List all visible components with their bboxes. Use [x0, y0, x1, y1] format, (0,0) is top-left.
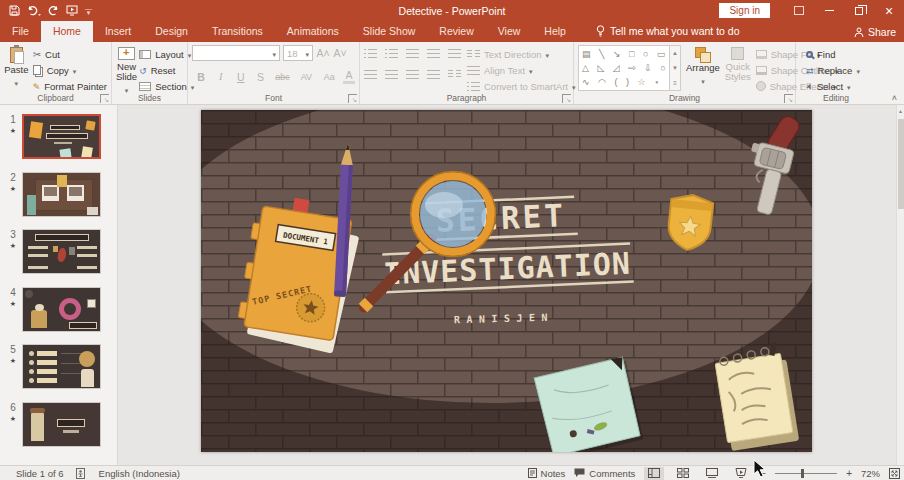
close-button[interactable]: × [874, 0, 904, 21]
numbering-icon[interactable] [385, 49, 398, 58]
arrange-button[interactable]: Arrange [686, 45, 720, 94]
underline-button[interactable]: U [234, 71, 248, 83]
tab-view[interactable]: View [486, 21, 533, 42]
slide-thumbnail-5[interactable] [22, 344, 101, 389]
font-size-dropdown-arrow-icon[interactable] [305, 48, 309, 59]
tab-help[interactable]: Help [532, 21, 578, 42]
shapes-row-2[interactable]: △ ◺ ◿ ⇨ ⇩ ○ [582, 61, 666, 75]
save-icon[interactable] [9, 5, 20, 16]
italic-button[interactable]: I [214, 71, 228, 82]
strikethrough-button[interactable]: abc [274, 72, 292, 82]
grow-font-button[interactable]: A˄ [316, 47, 330, 59]
start-from-beginning-icon[interactable] [66, 5, 78, 16]
convert-smartart-button[interactable]: Convert to SmartArt [467, 78, 575, 94]
clipboard-dialog-launcher[interactable] [100, 94, 109, 103]
zoom-in-button[interactable]: + [846, 468, 852, 479]
section-button[interactable]: Section [139, 78, 194, 94]
vertical-scrollbar[interactable]: ▲ [896, 105, 904, 465]
layout-button[interactable]: Layout [139, 46, 194, 62]
accessibility-checker-icon[interactable] [76, 468, 87, 479]
character-spacing-button[interactable]: AV [297, 72, 315, 82]
line-spacing-icon[interactable] [448, 49, 461, 58]
slide-sorter-view-button[interactable] [673, 467, 693, 480]
redo-icon[interactable] [48, 6, 59, 16]
decrease-indent-icon[interactable] [406, 49, 419, 58]
font-name-dropdown-arrow-icon[interactable] [272, 48, 276, 59]
text-direction-button[interactable]: Text Direction [467, 46, 575, 62]
paste-button[interactable]: Paste [4, 45, 29, 94]
font-dialog-launcher[interactable] [348, 94, 357, 103]
font-name-combobox[interactable] [192, 45, 280, 61]
replace-dropdown-arrow-icon[interactable] [856, 65, 860, 76]
format-painter-button[interactable]: Format Painter [33, 78, 107, 94]
undo-icon[interactable] [27, 6, 41, 16]
tell-me-box[interactable]: Tell me what you want to do [596, 25, 740, 42]
zoom-slider[interactable] [775, 473, 837, 474]
collapse-ribbon-icon[interactable]: ˄ [892, 93, 897, 103]
slide-thumbnail-4[interactable] [22, 287, 101, 332]
reset-button[interactable]: Reset [139, 62, 194, 78]
zoom-slider-thumb[interactable] [801, 469, 804, 478]
shrink-font-button[interactable]: A˅ [333, 47, 347, 59]
tab-animations[interactable]: Animations [275, 21, 351, 42]
align-right-icon[interactable] [406, 70, 419, 79]
cut-button[interactable]: Cut [33, 46, 107, 62]
text-shadow-button[interactable]: S [254, 71, 268, 83]
select-dropdown-arrow-icon[interactable] [847, 81, 851, 92]
new-slide-button[interactable]: New Slide [116, 45, 137, 95]
quick-styles-button[interactable]: Quick Styles [725, 45, 751, 94]
change-case-button[interactable]: Aa [321, 72, 337, 82]
slide-thumbnail-1[interactable] [22, 114, 101, 159]
slide-thumbnail-3[interactable] [22, 229, 101, 274]
notes-button[interactable]: Notes [528, 468, 566, 479]
find-button[interactable]: Find [806, 46, 872, 62]
scrollbar-thumb[interactable] [898, 119, 904, 209]
language-indicator[interactable]: English (Indonesia) [99, 468, 180, 479]
paste-dropdown-arrow-icon[interactable] [15, 77, 19, 88]
drawing-dialog-launcher[interactable] [784, 94, 793, 103]
comments-button[interactable]: Comments [574, 468, 635, 479]
replace-button[interactable]: Replace [806, 62, 872, 78]
bold-button[interactable]: B [194, 71, 208, 83]
align-center-icon[interactable] [385, 70, 398, 79]
minimize-button[interactable] [814, 0, 844, 21]
align-left-icon[interactable] [364, 70, 377, 79]
scroll-up-icon[interactable]: ▲ [897, 105, 904, 114]
slide-show-button[interactable] [731, 467, 751, 480]
copy-button[interactable]: Copy [33, 62, 107, 78]
align-text-button[interactable]: Align Text [467, 62, 575, 78]
font-size-combobox[interactable]: 18 [283, 45, 313, 61]
tab-home[interactable]: Home [41, 21, 93, 42]
font-color-button[interactable]: A [343, 69, 355, 84]
slide-editor-canvas[interactable]: DOCUMENT 1 TOP SECRET SECRET [118, 105, 896, 465]
copy-dropdown-arrow-icon[interactable] [73, 65, 77, 76]
slide-1-editing-surface[interactable]: DOCUMENT 1 TOP SECRET SECRET [201, 110, 812, 452]
paragraph-dialog-launcher[interactable] [562, 94, 571, 103]
shapes-gallery-scrollbar[interactable]: ▲▼≡ [670, 45, 681, 91]
fit-slide-to-window-icon[interactable] [889, 468, 900, 479]
restore-button[interactable] [844, 0, 874, 21]
bullets-icon[interactable] [364, 49, 377, 58]
tab-insert[interactable]: Insert [93, 21, 143, 42]
increase-indent-icon[interactable] [427, 49, 440, 58]
tab-slide-show[interactable]: Slide Show [351, 21, 428, 42]
slide-thumbnail-6[interactable] [22, 402, 101, 447]
sign-in-button[interactable]: Sign in [719, 3, 770, 18]
share-button[interactable]: Share [854, 26, 896, 38]
shapes-gallery[interactable]: ▤ ╲ ↘ □ ○ ▭ △ ◺ ◿ ⇨ ⇩ ○ ∿ ◠ ( ) ☆ ⋆ [578, 45, 670, 91]
reading-view-button[interactable] [702, 467, 722, 480]
tab-review[interactable]: Review [427, 21, 485, 42]
tab-design[interactable]: Design [143, 21, 200, 42]
normal-view-button[interactable] [644, 467, 664, 480]
select-button[interactable]: ➤Select [806, 78, 872, 94]
tab-transitions[interactable]: Transitions [200, 21, 275, 42]
columns-icon[interactable] [448, 70, 461, 79]
customize-qat-icon[interactable]: —▾ [85, 7, 92, 15]
shapes-row-3[interactable]: ∿ ◠ ( ) ☆ ⋆ [582, 75, 666, 89]
shapes-row-1[interactable]: ▤ ╲ ↘ □ ○ ▭ [582, 47, 666, 61]
tab-file[interactable]: File [0, 21, 41, 42]
justify-icon[interactable] [427, 70, 440, 79]
ribbon-display-options-button[interactable] [784, 0, 814, 21]
zoom-level[interactable]: 72% [861, 468, 880, 479]
slide-thumbnail-2[interactable] [22, 172, 101, 217]
